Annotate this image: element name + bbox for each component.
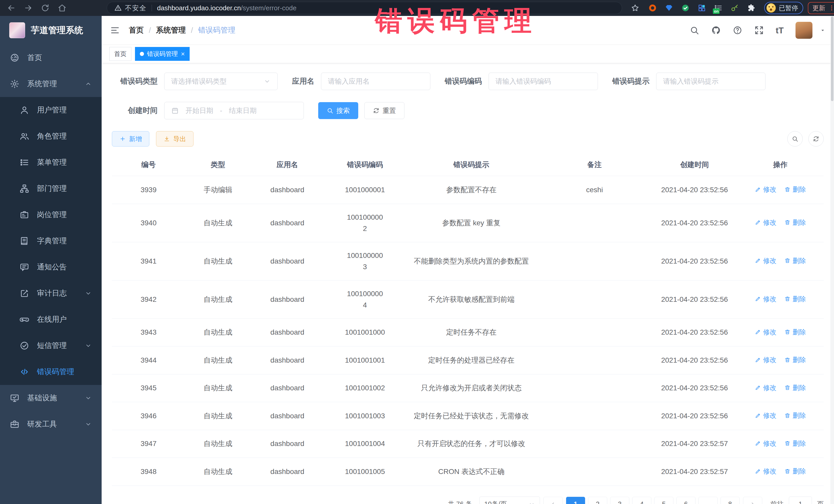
megaphone-icon [20, 262, 29, 272]
sidebar-item-sms[interactable]: 短信管理 [0, 333, 102, 359]
delete-link[interactable]: 删除 [784, 184, 806, 195]
sidebar-item-audit-log[interactable]: 审计日志 [0, 280, 102, 306]
sidebar-item-home[interactable]: 首页 [0, 45, 102, 71]
sidebar-item-online-user[interactable]: 在线用户 [0, 306, 102, 333]
browser-forward-icon[interactable] [24, 3, 33, 13]
browser-update-button[interactable]: 更新 [808, 2, 834, 14]
extension-green-check-icon[interactable] [681, 4, 690, 12]
sidebar-item-error-code[interactable]: 错误码管理 [0, 359, 102, 385]
sidebar-item-post[interactable]: 岗位管理 [0, 202, 102, 228]
error-code-input[interactable] [489, 73, 598, 89]
hamburger-icon[interactable] [110, 25, 120, 36]
edit-link[interactable]: 修改 [755, 382, 776, 393]
header-search-icon[interactable] [689, 25, 699, 35]
refresh-table-button[interactable] [808, 131, 824, 147]
help-icon[interactable] [733, 25, 742, 35]
trash-icon [784, 357, 791, 363]
page-button-1[interactable]: 1 [566, 497, 585, 504]
date-range-picker[interactable]: 开始日期 - 结束日期 [164, 102, 304, 119]
font-size-icon[interactable]: tT [776, 26, 784, 35]
tag-active[interactable]: 错误码管理× [135, 47, 190, 61]
sidebar-item-role[interactable]: 角色管理 [0, 123, 102, 149]
delete-link[interactable]: 删除 [784, 354, 806, 366]
sidebar-item-infra[interactable]: 基础设施 [0, 385, 102, 411]
extension-green-key-icon[interactable] [730, 4, 739, 12]
sidebar-item-dept[interactable]: 部门管理 [0, 176, 102, 202]
page-button-6[interactable]: 6 [676, 497, 696, 504]
avatar-caret-down-icon[interactable] [820, 27, 826, 34]
error-type-select[interactable]: 请选择错误码类型 [164, 73, 278, 90]
fullscreen-icon[interactable] [754, 25, 764, 35]
extension-blue-grid-icon[interactable] [698, 4, 706, 12]
search-icon [327, 107, 333, 114]
edit-link[interactable]: 修改 [755, 438, 776, 449]
export-button[interactable]: 导出 [156, 131, 194, 147]
add-button[interactable]: 新增 [112, 131, 149, 147]
extension-puzzle-icon[interactable] [747, 4, 755, 12]
extension-blue-gem-icon[interactable] [665, 4, 673, 12]
page-button-8[interactable]: 8 [721, 497, 740, 504]
user-avatar[interactable] [795, 22, 812, 39]
edit-link[interactable]: 修改 [755, 184, 776, 195]
browser-home-icon[interactable] [58, 3, 67, 13]
address-bar[interactable]: 不安全 dashboard.yudao.iocoder.cn/system/er… [107, 2, 622, 14]
sidebar-item-menu[interactable]: 菜单管理 [0, 149, 102, 176]
sidebar-item-user[interactable]: 用户管理 [0, 97, 102, 123]
close-icon[interactable]: × [181, 50, 185, 57]
sidebar-item-notice[interactable]: 通知公告 [0, 254, 102, 280]
edit-link[interactable]: 修改 [755, 293, 776, 305]
browser-topbar: 不安全 dashboard.yudao.iocoder.cn/system/er… [0, 0, 834, 16]
page-scrollbar[interactable] [830, 16, 834, 504]
edit-link[interactable]: 修改 [755, 217, 776, 228]
edit-link[interactable]: 修改 [755, 255, 776, 266]
browser-reload-icon[interactable] [41, 3, 50, 13]
cell-msg: CRON 表达式不正确 [406, 458, 537, 486]
breadcrumb-home[interactable]: 首页 [129, 25, 144, 36]
toggle-search-button[interactable] [787, 131, 803, 147]
app-title: 芋道管理系统 [31, 24, 83, 36]
browser-back-icon[interactable] [7, 3, 16, 13]
bookmark-star-icon[interactable] [631, 4, 639, 12]
profile-paused-badge[interactable]: 已暂停 [764, 2, 803, 14]
extension-orange-ring-icon[interactable] [648, 4, 657, 12]
delete-link[interactable]: 删除 [784, 382, 806, 393]
error-msg-input[interactable] [656, 73, 765, 89]
edit-link[interactable]: 修改 [755, 326, 776, 338]
page-button-2[interactable]: 2 [588, 497, 607, 504]
prev-page-button[interactable] [544, 497, 563, 504]
edit-link[interactable]: 修改 [755, 465, 776, 477]
pager-more-button[interactable]: ··· [699, 497, 718, 504]
page-button-5[interactable]: 5 [654, 497, 673, 504]
cell-code: 1001001005 [324, 458, 406, 486]
delete-link[interactable]: 删除 [784, 438, 806, 449]
edit-link[interactable]: 修改 [755, 354, 776, 366]
page-button-3[interactable]: 3 [610, 497, 629, 504]
logo[interactable]: 芋道管理系统 [0, 16, 102, 45]
app-name-input[interactable] [321, 73, 430, 89]
extension-dark-list-icon[interactable]: on [714, 4, 723, 12]
delete-link[interactable]: 删除 [784, 465, 806, 477]
cell-type: 自动生成 [185, 430, 251, 458]
gear-icon [10, 79, 20, 89]
delete-link[interactable]: 删除 [784, 293, 806, 305]
github-icon[interactable] [711, 25, 721, 35]
delete-link[interactable]: 删除 [784, 217, 806, 228]
scrollbar-thumb[interactable] [831, 17, 833, 101]
browser-menu-dots-icon[interactable] [828, 5, 834, 11]
edit-link[interactable]: 修改 [755, 410, 776, 421]
goto-page-input[interactable] [789, 497, 812, 504]
delete-link[interactable]: 删除 [784, 326, 806, 338]
delete-link[interactable]: 删除 [784, 410, 806, 421]
sidebar-item-dev-tools[interactable]: 研发工具 [0, 411, 102, 437]
tag-item[interactable]: 首页 [109, 47, 131, 61]
search-button[interactable]: 搜索 [318, 102, 358, 119]
sidebar-item-dict[interactable]: 字典管理 [0, 228, 102, 254]
delete-link[interactable]: 删除 [784, 255, 806, 266]
page-size-select[interactable]: 10条/页 [479, 497, 540, 504]
page-button-4[interactable]: 4 [632, 497, 651, 504]
next-page-button[interactable] [743, 497, 762, 504]
sidebar-item-system[interactable]: 系统管理 [0, 71, 102, 97]
breadcrumb-system[interactable]: 系统管理 [156, 25, 186, 36]
reset-button[interactable]: 重置 [365, 102, 404, 119]
cell-type: 自动生成 [185, 280, 251, 319]
